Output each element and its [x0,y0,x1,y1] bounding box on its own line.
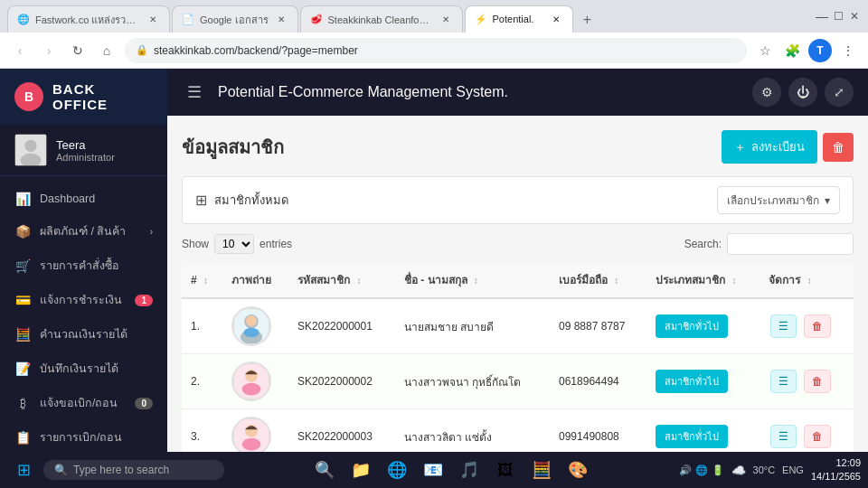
filter-label: สมาชิกทั้งหมด [214,191,288,210]
tab-close-tab4[interactable]: ✕ [549,12,563,26]
expand-button[interactable]: ⤢ [825,78,854,107]
top-bar-title: Potential E-Commerce Management System. [218,84,741,100]
explorer-app[interactable]: 📁 [344,454,377,486]
sidebar: B BACK OFFICE Teera Administrator 📊 Dash… [0,69,167,488]
browser-tab-tab2[interactable]: 📄 Google เอกสาร ✕ [172,5,298,33]
nav-label-income-calc: คำนวณเงินรายได้ [40,325,127,343]
home-button[interactable]: ⌂ [96,40,118,61]
delete-button-row0[interactable]: 🗑 [804,314,831,338]
email-app[interactable]: 📧 [417,454,449,486]
sidebar-item-income-record[interactable]: 📝 บันทึกเงินรายได้ [0,352,167,386]
photos-app[interactable]: 🖼 [489,454,522,486]
nav-label-income-record: บันทึกเงินรายได้ [40,360,118,378]
start-button[interactable]: ⊞ [7,455,40,484]
nav-label-products: ผลิตภัณฑ์ / สินค้า [40,222,126,240]
filter-grid-icon: ⊞ [195,192,207,209]
delete-button[interactable]: 🗑 [823,133,854,162]
cell-actions: ☰ 🗑 [760,298,854,354]
address-text: steakkinkab.com/backend/?page=member [154,44,358,57]
nav-icon-income-record: 📝 [14,361,31,376]
address-box[interactable]: 🔒 steakkinkab.com/backend/?page=member [125,38,747,63]
search-app[interactable]: 🔍 [308,454,341,486]
edit-button-row2[interactable]: ☰ [770,425,797,448]
tab-close-tab2[interactable]: ✕ [274,13,288,27]
more-options-button[interactable]: ⋮ [837,40,859,61]
show-label: Show [182,238,209,250]
col-name[interactable]: ชื่อ - นามสกุล ↕ [395,262,550,298]
sidebar-item-withdraw-list[interactable]: 📋 รายการเบิก/ถอน [0,420,167,455]
nav-icon-withdraw: ₿ [14,396,31,410]
hamburger-button[interactable]: ☰ [182,82,207,102]
taskbar-search-box[interactable]: 🔍 Type here to search [43,460,224,480]
app-wrapper: B BACK OFFICE Teera Administrator 📊 Dash… [0,69,868,488]
edit-button-row0[interactable]: ☰ [770,314,797,338]
cell-no: 2. [182,354,222,409]
browser-app[interactable]: 🌐 [381,454,413,486]
col-phone[interactable]: เบอร์มือถือ ↕ [550,262,646,298]
taskbar-lang: ENG [782,465,804,475]
member-type-badge[interactable]: สมาชิกทั่วไป [656,370,728,393]
delete-button-row2[interactable]: 🗑 [804,425,831,448]
svg-point-7 [243,328,259,337]
network-icon[interactable]: 🌐 [695,465,708,476]
col-type[interactable]: ประเภทสมาชิก ↕ [646,262,760,298]
new-tab-button[interactable]: + [575,7,600,33]
col-code[interactable]: รหัสสมาชิก ↕ [288,262,395,298]
browser-tab-tab1[interactable]: 🌐 Fastwork.co แหล่งรวมฟรีแลนซ์คุ... ✕ [7,5,170,33]
page-title: ข้อมูลสมาชิก [182,133,284,162]
page-header: ข้อมูลสมาชิก ＋ ลงทะเบียน 🗑 [182,130,854,164]
show-entries: Show 10 25 50 entries [182,234,292,254]
sidebar-item-withdraw[interactable]: ₿ แจ้งขอเบิก/ถอน 0 [0,386,167,420]
maximize-button[interactable]: ☐ [832,10,844,23]
paint-app[interactable]: 🎨 [561,454,594,486]
col-photo[interactable]: ภาพถ่าย [222,262,288,298]
close-button[interactable]: ✕ [848,10,861,23]
back-button[interactable]: ‹ [9,40,31,61]
forward-button[interactable]: › [38,40,60,61]
media-app[interactable]: 🎵 [453,454,486,486]
calc-app[interactable]: 🧮 [525,454,558,486]
edit-button-row1[interactable]: ☰ [770,370,797,393]
power-button[interactable]: ⏻ [788,78,817,107]
top-bar-actions: ⚙ ⏻ ⤢ [752,78,854,107]
user-role: Administrator [56,152,115,163]
nav-label-withdraw: แจ้งขอเบิก/ถอน [40,394,118,412]
member-photo-0 [231,306,271,346]
filter-bar: ⊞ สมาชิกทั้งหมด เลือกประเภทสมาชิก ▾ [182,176,854,224]
page-area: ข้อมูลสมาชิก ＋ ลงทะเบียน 🗑 ⊞ สมาชิกทั้งห… [167,116,868,488]
profile-button[interactable]: T [808,39,832,62]
minimize-button[interactable]: — [816,10,828,23]
address-bar-row: ‹ › ↻ ⌂ 🔒 steakkinkab.com/backend/?page=… [0,33,868,69]
col-no[interactable]: # ↕ [182,262,222,298]
nav-label-orders: รายการคำสั่งซื้อ [40,257,119,275]
browser-tab-tab3[interactable]: 🥩 Steakkinkab Cleanfood. ✕ [300,5,463,33]
table-row: 1. SK2022000001 นายสมชาย สบายดี 09 8887 … [182,298,854,354]
reload-button[interactable]: ↻ [67,40,89,61]
member-type-badge[interactable]: สมาชิกทั่วไป [656,425,728,448]
sidebar-item-payments[interactable]: 💳 แจ้งการชำระเงิน 1 [0,283,167,317]
extensions-button[interactable]: 🧩 [781,40,803,61]
delete-button-row1[interactable]: 🗑 [804,370,831,393]
register-button[interactable]: ＋ ลงทะเบียน [722,130,817,164]
nav-badge-withdraw: 0 [135,398,153,409]
sidebar-item-dashboard[interactable]: 📊 Dashboard [0,183,167,214]
bookmark-star-button[interactable]: ☆ [754,40,776,61]
tab-close-tab1[interactable]: ✕ [146,13,160,27]
member-type-badge[interactable]: สมาชิกทั่วไป [656,314,728,338]
member-type-select[interactable]: เลือกประเภทสมาชิก ▾ [717,186,840,214]
battery-icon[interactable]: 🔋 [712,465,724,476]
col-action[interactable]: จัดการ ↕ [760,262,854,298]
entries-label: entries [259,238,292,250]
volume-icon[interactable]: 🔊 [679,465,692,476]
sidebar-item-products[interactable]: 📦 ผลิตภัณฑ์ / สินค้า › [0,214,167,249]
tab-label-tab1: Fastwork.co แหล่งรวมฟรีแลนซ์คุ... [35,12,140,28]
sidebar-item-income-calc[interactable]: 🧮 คำนวณเงินรายได้ [0,317,167,352]
tab-close-tab3[interactable]: ✕ [439,13,453,27]
browser-tab-tab4[interactable]: ⚡ Potential. ✕ [465,5,573,33]
sidebar-item-orders[interactable]: 🛒 รายการคำสั่งซื้อ [0,249,167,283]
search-input[interactable] [727,233,854,255]
nav-label-withdraw-list: รายการเบิก/ถอน [40,428,122,446]
settings-button[interactable]: ⚙ [752,78,781,107]
entries-select[interactable]: 10 25 50 [214,234,254,254]
main-content: ☰ Potential E-Commerce Management System… [167,69,868,488]
